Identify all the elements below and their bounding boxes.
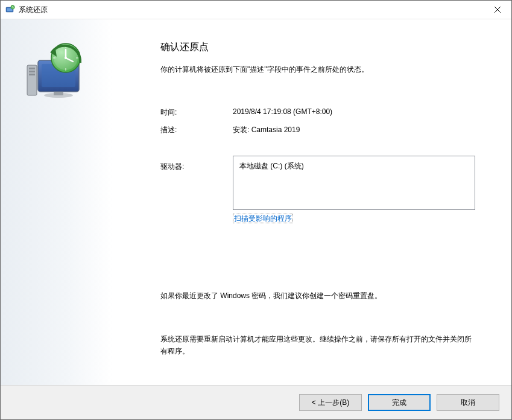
system-restore-icon (24, 42, 90, 109)
wizard-body: 确认还原点 你的计算机将被还原到下面"描述"字段中的事件之前所处的状态。 时间:… (1, 19, 511, 419)
drive-item[interactable]: 本地磁盘 (C:) (系统) (239, 161, 469, 171)
field-description: 描述: 安装: Camtasia 2019 (160, 125, 475, 135)
close-button[interactable] (484, 1, 511, 19)
svg-rect-8 (29, 71, 35, 72)
description-value: 安装: Camtasia 2019 (233, 125, 475, 135)
page-intro: 你的计算机将被还原到下面"描述"字段中的事件之前所处的状态。 (160, 65, 475, 75)
time-label: 时间: (160, 107, 233, 118)
titlebar: 系统还原 (1, 1, 511, 19)
svg-rect-6 (27, 65, 37, 95)
drives-label: 驱动器: (160, 156, 233, 210)
page-heading: 确认还原点 (160, 41, 475, 54)
description-label: 描述: (160, 125, 233, 135)
back-button[interactable]: < 上一步(B) (299, 394, 362, 411)
time-value: 2019/8/4 17:19:08 (GMT+8:00) (233, 107, 475, 118)
app-icon (5, 5, 15, 14)
drives-listbox[interactable]: 本地磁盘 (C:) (系统) (233, 156, 475, 210)
restart-note: 系统还原需要重新启动计算机才能应用这些更改。继续操作之前，请保存所有打开的文件并… (160, 333, 475, 358)
finish-button[interactable]: 完成 (368, 394, 431, 411)
system-restore-window: 系统还原 (0, 0, 512, 420)
wizard-footer: < 上一步(B) 完成 取消 (1, 385, 511, 419)
password-note: 如果你最近更改了 Windows 密码，我们建议你创建一个密码重置盘。 (160, 291, 382, 301)
svg-rect-9 (29, 74, 35, 75)
window-title: 系统还原 (19, 5, 484, 15)
wizard-main-panel: 确认还原点 你的计算机将被还原到下面"描述"字段中的事件之前所处的状态。 时间:… (112, 19, 511, 385)
field-time: 时间: 2019/8/4 17:19:08 (GMT+8:00) (160, 107, 475, 118)
cancel-button[interactable]: 取消 (437, 394, 499, 411)
scan-link-row: 扫描受影响的程序 (233, 214, 475, 224)
svg-rect-13 (54, 92, 63, 95)
scan-affected-programs-link[interactable]: 扫描受影响的程序 (233, 214, 293, 223)
svg-rect-7 (29, 68, 35, 69)
wizard-side-banner (1, 19, 112, 385)
wizard-content: 确认还原点 你的计算机将被还原到下面"描述"字段中的事件之前所处的状态。 时间:… (1, 19, 511, 385)
field-drives: 驱动器: 本地磁盘 (C:) (系统) (160, 156, 475, 210)
svg-point-22 (65, 57, 67, 59)
